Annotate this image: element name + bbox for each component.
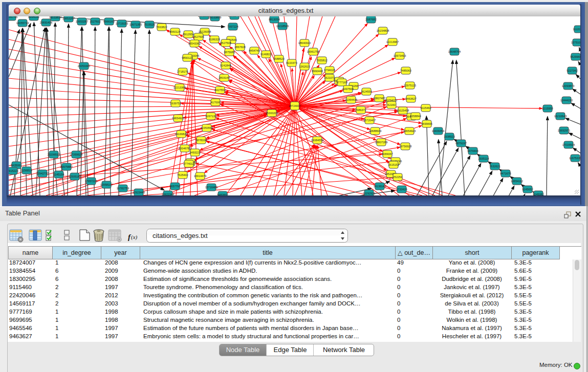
svg-text:15751074: 15751074	[571, 41, 580, 44]
svg-text:7485063: 7485063	[400, 69, 411, 72]
svg-text:7632621: 7632621	[489, 165, 500, 168]
svg-text:10688609: 10688609	[369, 129, 381, 133]
svg-text:15692971: 15692971	[558, 129, 570, 132]
svg-text:19756928: 19756928	[399, 145, 411, 148]
svg-text:10292929: 10292929	[363, 192, 375, 195]
svg-text:11675339: 11675339	[569, 157, 580, 160]
svg-text:10025458: 10025458	[397, 109, 409, 112]
svg-text:10973493: 10973493	[394, 54, 406, 57]
svg-text:9245082: 9245082	[533, 193, 543, 195]
svg-text:2087682: 2087682	[365, 18, 376, 21]
svg-text:12444150: 12444150	[560, 99, 573, 102]
svg-text:19654923: 19654923	[403, 129, 416, 133]
svg-text:12213967: 12213967	[386, 40, 399, 43]
svg-text:(x): (x)	[131, 234, 138, 240]
svg-text:12975115: 12975115	[404, 84, 416, 87]
svg-text:9463627: 9463627	[405, 97, 416, 100]
svg-text:6879197: 6879197	[455, 142, 466, 145]
svg-text:16409354: 16409354	[432, 129, 444, 133]
svg-text:9358844: 9358844	[410, 115, 421, 118]
svg-text:9529966: 9529966	[570, 55, 580, 58]
svg-text:15720407: 15720407	[363, 119, 376, 122]
svg-text:11120394: 11120394	[573, 28, 580, 31]
svg-text:10654112: 10654112	[511, 180, 523, 183]
svg-text:1938923: 1938923	[444, 135, 454, 138]
svg-text:9084067: 9084067	[382, 152, 393, 156]
svg-text:1615152: 1615152	[388, 163, 399, 166]
svg-text:252254: 252254	[393, 176, 402, 179]
svg-text:citations_edges.txt: citations_edges.txt	[153, 232, 208, 239]
svg-text:16210643: 16210643	[554, 115, 567, 118]
svg-text:10807487: 10807487	[373, 97, 385, 100]
svg-text:9699695: 9699695	[421, 122, 432, 125]
svg-text:3215958: 3215958	[542, 107, 553, 110]
svg-text:9227342: 9227342	[567, 69, 577, 72]
svg-text:12093873: 12093873	[562, 84, 574, 87]
svg-text:9115460: 9115460	[420, 106, 431, 110]
svg-text:9474444: 9474444	[467, 149, 478, 152]
svg-text:14136141: 14136141	[374, 185, 386, 188]
svg-text:3624554: 3624554	[361, 90, 372, 93]
svg-text:62160: 62160	[387, 103, 395, 106]
svg-text:16154808: 16154808	[377, 29, 389, 32]
svg-text:8471676: 8471676	[500, 172, 511, 175]
svg-text:9245652: 9245652	[522, 188, 533, 191]
svg-text:17016504: 17016504	[562, 143, 575, 146]
svg-text:18807289: 18807289	[375, 141, 387, 144]
svg-text:1733426: 1733426	[396, 188, 407, 191]
svg-text:16648764: 16648764	[448, 50, 461, 53]
svg-text:2935114: 2935114	[478, 157, 489, 160]
